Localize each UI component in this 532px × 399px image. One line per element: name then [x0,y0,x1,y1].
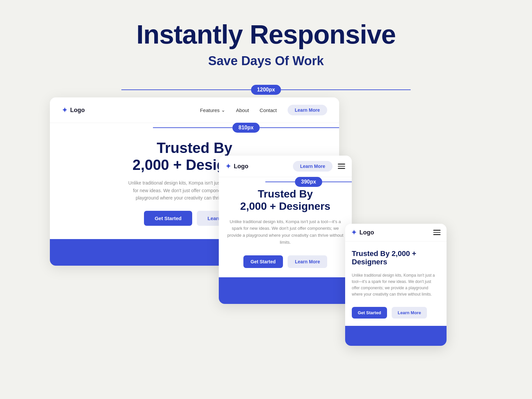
nav-links-medium: Learn More [293,161,345,172]
ruler-section: 1200px [0,85,532,97]
nav-logo-small: ✦ Logo [351,228,374,236]
get-started-large[interactable]: Get Started [144,211,192,226]
get-started-small[interactable]: Get Started [352,307,387,319]
hero-title: Instantly Responsive [136,20,396,49]
hamburger-s-line-3 [433,234,441,235]
hamburger-medium[interactable] [338,164,345,169]
learn-more-small[interactable]: Learn More [392,307,427,319]
logo-icon-small: ✦ [351,228,357,236]
card-small-actions: Get Started Learn More [352,307,440,319]
hamburger-s-line-2 [433,232,441,233]
hamburger-line-3 [338,168,345,169]
card-small-desc: Unlike traditional design kits, Kompa is… [352,272,440,298]
card-small-blue-bar [345,326,447,346]
nav-features-large[interactable]: Features ⌄ [200,107,225,113]
card-small-body: Trusted By 2,000 + Designers Unlike trad… [345,241,447,326]
card-small-title: Trusted By 2,000 + Designers [352,249,440,266]
logo-text-large: Logo [70,107,85,114]
hamburger-line-1 [338,164,345,165]
nav-logo-large: ✦ Logo [62,106,85,114]
nav-learn-more-large[interactable]: Learn More [288,105,327,115]
logo-text-medium: Logo [234,163,248,170]
card-medium-nav: ✦ Logo Learn More [219,156,352,177]
hero-subtitle: Save Days Of Work [208,54,324,68]
nav-about-large[interactable]: About [236,107,249,113]
card-medium-body: Trusted By 2,000 + Designers Unlike trad… [219,177,352,277]
ruler-line-left [121,89,251,90]
nav-links-large: Features ⌄ About Contact Learn More [200,105,327,115]
nav-logo-medium: ✦ Logo [225,162,248,170]
logo-icon-large: ✦ [62,106,67,114]
card-medium-desc: Unlike traditional design kits, Kompa is… [227,218,344,246]
dropdown-chevron: ⌄ [221,107,225,113]
card-medium-actions: Get Started Learn More [227,255,344,268]
nav-links-small [428,230,441,235]
card-medium-blue-bar [219,277,352,304]
learn-more-medium[interactable]: Learn More [288,255,327,268]
previews-area: ✦ Logo Features ⌄ About Contact Learn Mo… [50,97,482,266]
card-large-nav: ✦ Logo Features ⌄ About Contact Learn Mo… [50,97,339,123]
card-small: ✦ Logo Trusted By 2,000 + Designers Unli… [345,224,447,346]
card-small-nav: ✦ Logo [345,224,447,241]
card-medium-title: Trusted By 2,000 + Designers [227,188,344,212]
ruler-badge-390: 390px [295,177,322,187]
ruler-1200: 1200px [121,85,411,95]
hamburger-small[interactable] [433,230,441,235]
hamburger-s-line-1 [433,230,441,231]
card-medium: ✦ Logo Learn More 390px [219,156,352,304]
ruler-badge-1200: 1200px [251,85,281,95]
nav-contact-large[interactable]: Contact [260,107,277,113]
logo-text-small: Logo [359,229,374,236]
page-wrapper: Instantly Responsive Save Days Of Work 1… [0,0,532,399]
logo-icon-medium: ✦ [225,162,231,170]
get-started-medium[interactable]: Get Started [243,255,283,268]
nav-learn-more-medium[interactable]: Learn More [293,161,332,172]
ruler-line-right [281,89,411,90]
hamburger-line-2 [338,166,345,167]
ruler-badge-810: 810px [232,123,259,133]
